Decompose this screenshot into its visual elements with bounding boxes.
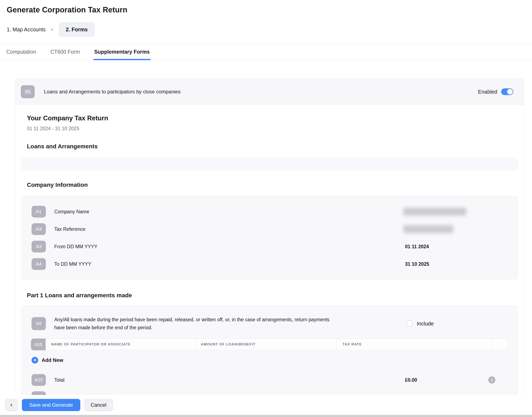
field-label: Company Name [54, 209, 89, 215]
field-badge: A5 [31, 317, 46, 330]
field-label: Tax Chargeable [54, 395, 88, 395]
total-value: £0.00 [405, 377, 417, 383]
tab-ct600-form[interactable]: CT600 Form [50, 43, 81, 60]
include-control: Include [406, 320, 434, 327]
period-to-row: A4 To DD MM YYYY 31 10 2025 [31, 258, 508, 270]
field-badge: A10 [31, 339, 46, 350]
tab-supplementary-forms[interactable]: Supplementary Forms [93, 43, 151, 60]
chevron-right-icon: › [51, 26, 53, 32]
add-new-label: Add New [42, 357, 63, 363]
field-badge: A1 [31, 206, 46, 218]
tax-chargeable-row: A20 Tax Chargeable £0.00 [31, 391, 508, 395]
company-info-title: Company Information [27, 182, 518, 188]
part1-panel: A5 Any/All loans made during the period … [21, 305, 518, 395]
form-card-title: Loans and Arrangements to participators … [44, 89, 478, 95]
part1-title: Part 1 Loans and arrangements made [27, 292, 518, 299]
a5-row: A5 Any/All loans made during the period … [31, 316, 508, 332]
field-label: To DD MM YYYY [54, 261, 91, 267]
enabled-control: Enabled [478, 88, 513, 95]
back-button[interactable]: ‹ [5, 399, 18, 411]
period-from-row: A3 From DD MM YYYY 01 11 2024 [31, 241, 508, 252]
save-and-generate-button[interactable]: Save and Generate [22, 399, 80, 411]
return-period: 01 11 2024 - 31 10 2025 [27, 126, 518, 132]
form-card-header: 95 Loans and Arrangements to participato… [15, 79, 524, 105]
form-number-badge: 95 [21, 85, 35, 98]
add-new-button[interactable]: + Add New [31, 356, 518, 365]
field-badge: A20 [31, 391, 46, 395]
field-badge: A4 [31, 258, 46, 270]
company-name-row: A1 Company Name [31, 206, 508, 218]
step-forms[interactable]: 2. Forms [59, 22, 95, 37]
supplementary-form-card: 95 Loans and Arrangements to participato… [15, 79, 524, 395]
company-info-panel: A1 Company Name A3 Tax Reference A3 From… [21, 196, 518, 279]
column-header-name: NAME OF PARTICIPATOR OR ASSOCIATE [46, 339, 195, 350]
column-header-amount: AMOUNT OF LOAN/BENEFIT [195, 339, 337, 350]
toggle-knob [507, 89, 513, 94]
include-label: Include [417, 321, 434, 327]
cancel-button[interactable]: Cancel [84, 399, 113, 411]
redacted-value [403, 208, 466, 216]
field-label: Total [54, 377, 65, 383]
generate-tax-return-page: Generate Corporation Tax Return 1. Map A… [0, 0, 532, 417]
redacted-value [403, 225, 453, 233]
total-row: A15 Total £0.00 i [31, 374, 508, 386]
field-value: 31 10 2025 [405, 261, 429, 267]
action-bar: ‹ Save and Generate Cancel [5, 399, 113, 411]
a5-statement: Any/All loans made during the period hav… [54, 316, 334, 332]
column-header-actions [493, 339, 508, 350]
page-header: Generate Corporation Tax Return 1. Map A… [0, 0, 532, 43]
tax-chargeable-value: £0.00 [405, 395, 417, 395]
enabled-label: Enabled [478, 89, 497, 95]
return-title: Your Company Tax Return [27, 115, 518, 122]
include-checkbox[interactable] [406, 320, 413, 327]
field-badge: A3 [31, 241, 46, 252]
scroll-area[interactable]: 95 Loans and Arrangements to participato… [0, 60, 532, 395]
enabled-toggle[interactable] [501, 88, 513, 95]
form-tabs: Computation CT600 Form Supplementary For… [0, 43, 532, 60]
column-header-tax-rate: TAX RATE [337, 339, 493, 350]
plus-icon: + [31, 357, 38, 364]
loans-section-title: Loans and Arrangements [27, 143, 518, 150]
info-icon[interactable]: i [488, 376, 495, 384]
loans-empty-panel [21, 158, 518, 170]
bottom-edge-strip [0, 415, 532, 417]
tax-reference-row: A3 Tax Reference [31, 223, 508, 235]
field-value: 01 11 2024 [405, 244, 429, 250]
tab-computation[interactable]: Computation [5, 43, 37, 60]
field-badge: A3 [31, 223, 46, 235]
field-label: Tax Reference [54, 226, 85, 232]
form-card-body: Your Company Tax Return 01 11 2024 - 31 … [15, 115, 524, 395]
page-title: Generate Corporation Tax Return [7, 5, 525, 14]
chevron-left-icon: ‹ [10, 401, 12, 408]
wizard-steps: 1. Map Accounts › 2. Forms [7, 22, 525, 43]
participators-table-header: A10 NAME OF PARTICIPATOR OR ASSOCIATE AM… [31, 339, 508, 350]
field-label: From DD MM YYYY [54, 244, 97, 250]
step-map-accounts[interactable]: 1. Map Accounts [7, 27, 46, 33]
field-badge: A15 [31, 374, 46, 386]
